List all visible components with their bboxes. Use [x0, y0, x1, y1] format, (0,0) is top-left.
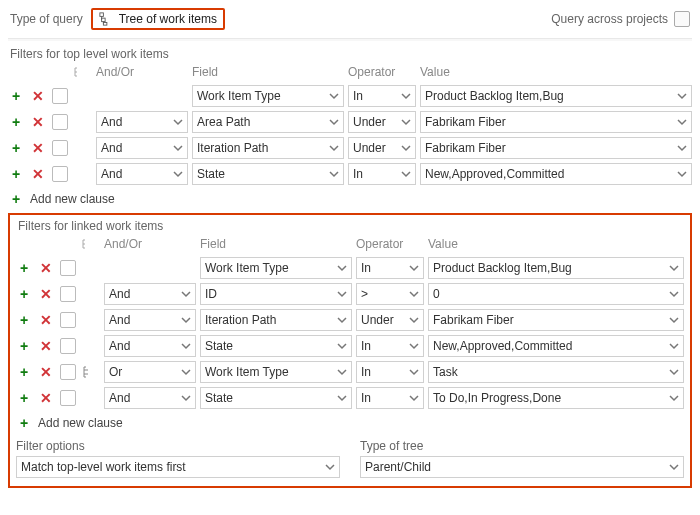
value-select[interactable]: New,Approved,Committed	[428, 335, 684, 357]
value-select[interactable]: 0	[428, 283, 684, 305]
row-checkbox[interactable]	[52, 114, 68, 130]
row-checkbox[interactable]	[60, 364, 76, 380]
field-select[interactable]: ID	[200, 283, 352, 305]
operator-select[interactable]: >	[356, 283, 424, 305]
remove-clause-button[interactable]: ✕	[30, 114, 46, 130]
insert-clause-button[interactable]: +	[8, 88, 24, 104]
row-checkbox[interactable]	[60, 286, 76, 302]
filter-row: +✕AndIteration PathUnderFabrikam Fiber	[16, 307, 684, 333]
row-checkbox[interactable]	[52, 140, 68, 156]
field-select[interactable]: Work Item Type	[200, 361, 352, 383]
field-select[interactable]: Iteration Path	[200, 309, 352, 331]
value-select[interactable]: To Do,In Progress,Done	[428, 387, 684, 409]
chevron-down-icon	[401, 117, 411, 127]
chevron-down-icon	[669, 367, 679, 377]
row-checkbox[interactable]	[52, 88, 68, 104]
field-select[interactable]: Iteration Path	[192, 137, 344, 159]
chevron-down-icon	[181, 393, 191, 403]
row-checkbox[interactable]	[52, 166, 68, 182]
field-select[interactable]: State	[200, 335, 352, 357]
field-select[interactable]: Work Item Type	[200, 257, 352, 279]
svg-rect-1	[101, 18, 105, 22]
operator-select[interactable]: In	[356, 387, 424, 409]
chevron-down-icon	[181, 341, 191, 351]
and-or-select[interactable]: And	[96, 163, 188, 185]
add-clause-top[interactable]: + Add new clause	[8, 191, 692, 207]
chevron-down-icon	[337, 341, 347, 351]
and-or-select[interactable]: And	[104, 335, 196, 357]
and-or-select[interactable]: And	[96, 137, 188, 159]
value-select[interactable]: Task	[428, 361, 684, 383]
insert-clause-button[interactable]: +	[16, 338, 32, 354]
row-checkbox[interactable]	[60, 390, 76, 406]
field-select[interactable]: Work Item Type	[192, 85, 344, 107]
insert-clause-button[interactable]: +	[16, 364, 32, 380]
remove-clause-button[interactable]: ✕	[38, 312, 54, 328]
operator-select[interactable]: Under	[348, 137, 416, 159]
row-checkbox[interactable]	[60, 312, 76, 328]
tree-hierarchy-icon	[99, 12, 113, 26]
chevron-down-icon	[181, 367, 191, 377]
insert-clause-button[interactable]: +	[8, 114, 24, 130]
row-checkbox[interactable]	[60, 260, 76, 276]
and-or-select[interactable]: And	[104, 309, 196, 331]
operator-select[interactable]: In	[348, 85, 416, 107]
row-checkbox[interactable]	[60, 338, 76, 354]
group-indicator-icon[interactable]	[82, 365, 96, 379]
operator-select[interactable]: Under	[356, 309, 424, 331]
and-or-select[interactable]: And	[96, 111, 188, 133]
operator-select[interactable]: In	[356, 257, 424, 279]
query-type-selector[interactable]: Tree of work items	[91, 8, 225, 30]
insert-clause-button[interactable]: +	[16, 312, 32, 328]
chevron-down-icon	[173, 169, 183, 179]
and-or-select[interactable]: Or	[104, 361, 196, 383]
svg-rect-2	[103, 23, 107, 26]
remove-clause-button[interactable]: ✕	[38, 390, 54, 406]
chevron-down-icon	[337, 263, 347, 273]
chevron-down-icon	[409, 289, 419, 299]
operator-select[interactable]: In	[356, 361, 424, 383]
value-select[interactable]: New,Approved,Committed	[420, 163, 692, 185]
chevron-down-icon	[337, 393, 347, 403]
value-select[interactable]: Product Backlog Item,Bug	[428, 257, 684, 279]
value-select[interactable]: Fabrikam Fiber	[420, 137, 692, 159]
add-clause-linked[interactable]: + Add new clause	[16, 415, 684, 431]
chevron-down-icon	[337, 289, 347, 299]
filter-row: +✕AndIteration PathUnderFabrikam Fiber	[8, 135, 692, 161]
type-of-tree-select[interactable]: Parent/Child	[360, 456, 684, 478]
operator-select[interactable]: In	[348, 163, 416, 185]
chevron-down-icon	[401, 91, 411, 101]
insert-clause-button[interactable]: +	[8, 166, 24, 182]
remove-clause-button[interactable]: ✕	[38, 338, 54, 354]
remove-clause-button[interactable]: ✕	[30, 140, 46, 156]
remove-clause-button[interactable]: ✕	[30, 88, 46, 104]
insert-clause-button[interactable]: +	[16, 260, 32, 276]
insert-clause-button[interactable]: +	[16, 286, 32, 302]
remove-clause-button[interactable]: ✕	[30, 166, 46, 182]
remove-clause-button[interactable]: ✕	[38, 260, 54, 276]
add-clause-label: Add new clause	[30, 192, 115, 206]
plus-icon: +	[16, 415, 32, 431]
field-select[interactable]: State	[200, 387, 352, 409]
insert-clause-button[interactable]: +	[16, 390, 32, 406]
value-select[interactable]: Fabrikam Fiber	[428, 309, 684, 331]
insert-clause-button[interactable]: +	[8, 140, 24, 156]
remove-clause-button[interactable]: ✕	[38, 286, 54, 302]
operator-select[interactable]: Under	[348, 111, 416, 133]
field-select[interactable]: Area Path	[192, 111, 344, 133]
chevron-down-icon	[409, 263, 419, 273]
value-select[interactable]: Product Backlog Item,Bug	[420, 85, 692, 107]
chevron-down-icon	[669, 462, 679, 472]
and-or-select[interactable]: And	[104, 283, 196, 305]
operator-select[interactable]: In	[356, 335, 424, 357]
chevron-down-icon	[677, 91, 687, 101]
filter-options-select[interactable]: Match top-level work items first	[16, 456, 340, 478]
query-across-projects-checkbox[interactable]	[674, 11, 690, 27]
field-select[interactable]: State	[192, 163, 344, 185]
value-select[interactable]: Fabrikam Fiber	[420, 111, 692, 133]
remove-clause-button[interactable]: ✕	[38, 364, 54, 380]
and-or-select[interactable]: And	[104, 387, 196, 409]
filter-row: +✕AndStateInNew,Approved,Committed	[16, 333, 684, 359]
chevron-down-icon	[329, 91, 339, 101]
chevron-down-icon	[409, 315, 419, 325]
